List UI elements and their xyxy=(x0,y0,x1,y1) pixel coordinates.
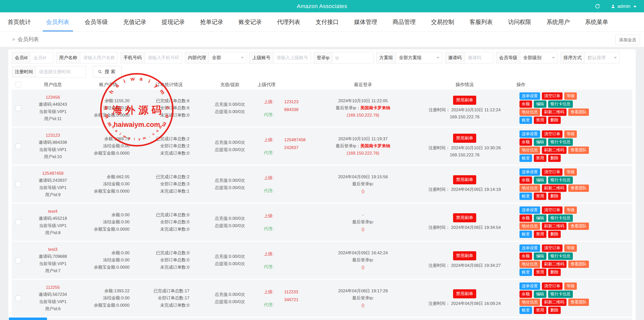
action-button-查看团队[interactable]: 查看团队 xyxy=(568,261,589,268)
filter-select-排序方式[interactable]: 默认排序 xyxy=(584,52,620,63)
action-button-编辑[interactable]: 编辑 xyxy=(534,100,546,108)
tab-首页统计[interactable]: 首页统计 xyxy=(0,12,38,31)
action-button-银行卡信息[interactable]: 银行卡信息 xyxy=(548,215,573,222)
action-button-删除[interactable]: 删除 xyxy=(548,231,561,238)
action-button-清空订单[interactable]: 清空订单 xyxy=(542,168,562,176)
action-button-账变[interactable]: 账变 xyxy=(519,269,532,276)
action-button-地址信息[interactable]: 地址信息 xyxy=(519,261,540,268)
filter-input-会员id[interactable] xyxy=(30,52,53,63)
action-button-清空订单[interactable]: 清空订单 xyxy=(542,206,562,214)
action-button-连单设置[interactable]: 连单设置 xyxy=(519,206,540,214)
action-button-清空订单[interactable]: 清空订单 xyxy=(542,282,562,290)
action-button-禁用[interactable]: 禁用 xyxy=(534,307,546,314)
action-button-等级[interactable]: 等级 xyxy=(564,244,577,252)
action-button-银行卡信息[interactable]: 银行卡信息 xyxy=(548,291,573,298)
action-button-刷新二维码[interactable]: 刷新二维码 xyxy=(542,261,567,268)
username-link[interactable]: test4 xyxy=(25,208,81,215)
filter-select-会员等级[interactable]: 全部级别 xyxy=(520,52,558,63)
action-button-连单设置[interactable]: 连单设置 xyxy=(519,244,540,252)
action-button-编辑[interactable]: 编辑 xyxy=(534,291,546,298)
action-button-查看团队[interactable]: 查看团队 xyxy=(568,299,589,306)
action-button-银行卡信息[interactable]: 银行卡信息 xyxy=(548,176,573,184)
action-button-余额[interactable]: 余额 xyxy=(519,215,532,222)
action-button-删除[interactable]: 删除 xyxy=(548,193,561,200)
tab-抢单记录[interactable]: 抢单记录 xyxy=(192,12,231,31)
refresh-icon[interactable] xyxy=(594,3,601,10)
action-button-连单设置[interactable]: 连单设置 xyxy=(519,92,540,100)
row-checkbox[interactable] xyxy=(16,182,21,187)
filter-select-内部代理[interactable]: 全部 xyxy=(209,52,247,63)
action-button-刷新二维码[interactable]: 刷新二维码 xyxy=(542,299,567,306)
bulk-action-button-partial[interactable] xyxy=(9,317,47,320)
tab-交易控制[interactable]: 交易控制 xyxy=(423,12,462,31)
tab-会员列表[interactable]: 会员列表 xyxy=(38,12,77,31)
parent-account-link[interactable]: 112233 xyxy=(284,289,299,296)
username-link[interactable]: 123456 xyxy=(25,94,81,101)
action-button-等级[interactable]: 等级 xyxy=(564,206,577,214)
search-button[interactable]: 搜索 xyxy=(93,66,122,78)
username-link[interactable]: test3 xyxy=(25,246,81,253)
tab-代理列表[interactable]: 代理列表 xyxy=(269,12,308,31)
action-button-等级[interactable]: 等级 xyxy=(564,92,577,100)
action-button-地址信息[interactable]: 地址信息 xyxy=(519,147,540,154)
action-button-禁用[interactable]: 禁用 xyxy=(534,269,546,276)
action-button-等级[interactable]: 等级 xyxy=(564,282,577,290)
action-button-余额[interactable]: 余额 xyxy=(519,100,532,108)
add-member-button[interactable]: 添加会员 xyxy=(615,35,640,45)
tab-商品管理[interactable]: 商品管理 xyxy=(385,12,423,31)
action-button-编辑[interactable]: 编辑 xyxy=(534,215,546,222)
action-button-账变[interactable]: 账变 xyxy=(519,307,532,314)
filter-input-用户名称[interactable] xyxy=(80,52,118,63)
filter-input-登录ip[interactable] xyxy=(332,52,374,63)
action-button-刷新二维码[interactable]: 刷新二维码 xyxy=(542,147,567,154)
action-button-连单设置[interactable]: 连单设置 xyxy=(519,168,540,176)
row-checkbox[interactable] xyxy=(16,258,21,263)
tab-账变记录[interactable]: 账变记录 xyxy=(231,12,269,31)
action-button-删除[interactable]: 删除 xyxy=(548,269,561,276)
action-button-禁用[interactable]: 禁用 xyxy=(534,117,546,124)
action-button-删除[interactable]: 删除 xyxy=(548,155,561,162)
filter-input-邀请码[interactable] xyxy=(464,52,493,63)
parent-account-link[interactable]: 884338 xyxy=(284,106,299,113)
action-button-银行卡信息[interactable]: 银行卡信息 xyxy=(548,100,573,108)
action-button-账变[interactable]: 账变 xyxy=(519,231,532,238)
action-button-连单设置[interactable]: 连单设置 xyxy=(519,130,540,138)
action-button-地址信息[interactable]: 地址信息 xyxy=(519,109,540,116)
action-button-禁用[interactable]: 禁用 xyxy=(534,231,546,238)
action-button-清空订单[interactable]: 清空订单 xyxy=(542,92,562,100)
tab-会员等级[interactable]: 会员等级 xyxy=(77,12,115,31)
row-checkbox[interactable] xyxy=(16,105,21,111)
username-link[interactable]: 123123 xyxy=(25,132,81,139)
action-button-余额[interactable]: 余额 xyxy=(519,253,532,260)
filter-select-方案组[interactable]: 全部方案组 xyxy=(396,52,442,63)
action-button-禁用[interactable]: 禁用 xyxy=(534,193,546,200)
tab-客服列表[interactable]: 客服列表 xyxy=(462,12,500,31)
row-checkbox[interactable] xyxy=(16,296,21,301)
action-button-查看团队[interactable]: 查看团队 xyxy=(568,185,589,192)
action-button-余额[interactable]: 余额 xyxy=(519,291,532,298)
parent-account-link[interactable]: 346721 xyxy=(284,296,299,303)
action-button-清空订单[interactable]: 清空订单 xyxy=(542,130,562,138)
tab-充值记录[interactable]: 充值记录 xyxy=(115,12,154,31)
tab-系统用户[interactable]: 系统用户 xyxy=(539,12,577,31)
parent-account-link[interactable]: 123123 xyxy=(284,98,299,105)
tab-访问权限[interactable]: 访问权限 xyxy=(500,12,539,31)
action-button-银行卡信息[interactable]: 银行卡信息 xyxy=(548,253,573,260)
action-button-刷新二维码[interactable]: 刷新二维码 xyxy=(542,109,567,116)
action-button-余额[interactable]: 余额 xyxy=(519,138,532,146)
action-button-等级[interactable]: 等级 xyxy=(564,130,577,138)
action-button-账变[interactable]: 账变 xyxy=(519,155,532,162)
tab-系统菜单[interactable]: 系统菜单 xyxy=(577,12,616,31)
action-button-编辑[interactable]: 编辑 xyxy=(534,253,546,260)
action-button-余额[interactable]: 余额 xyxy=(519,176,532,184)
parent-account-link[interactable]: 125487458 xyxy=(284,136,306,144)
action-button-连单设置[interactable]: 连单设置 xyxy=(519,282,540,290)
action-button-编辑[interactable]: 编辑 xyxy=(534,138,546,146)
username-link[interactable]: 112255 xyxy=(25,284,81,291)
action-button-账变[interactable]: 账变 xyxy=(519,117,532,124)
action-button-编辑[interactable]: 编辑 xyxy=(534,176,546,184)
row-checkbox[interactable] xyxy=(16,220,21,225)
filter-input-手机号码[interactable] xyxy=(144,52,182,63)
action-button-查看团队[interactable]: 查看团队 xyxy=(568,109,589,116)
action-button-刷新二维码[interactable]: 刷新二维码 xyxy=(542,185,567,192)
